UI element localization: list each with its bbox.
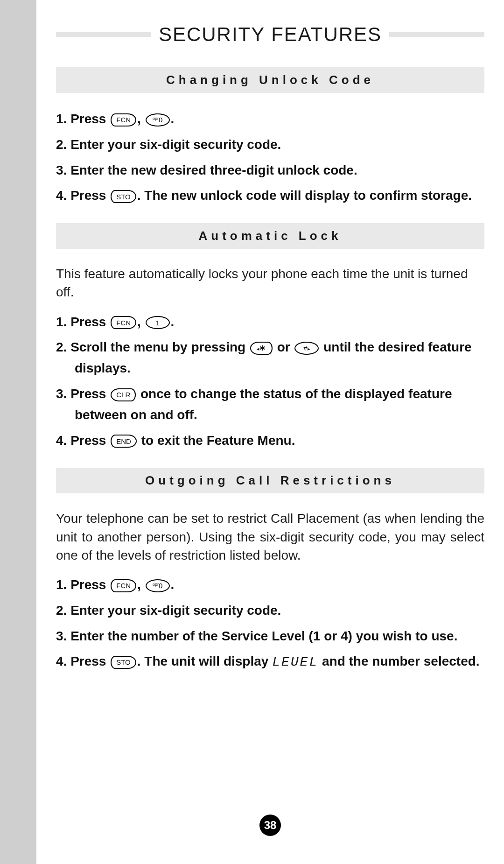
step-text: , bbox=[137, 315, 145, 329]
step-item: Press FCN, 1. bbox=[56, 312, 484, 333]
step-text: Press bbox=[70, 654, 110, 668]
key-end-icon: END bbox=[111, 435, 137, 448]
step-text: Scroll the menu by pressing bbox=[70, 340, 249, 354]
step-text: Press bbox=[70, 433, 110, 448]
left-margin-bar bbox=[0, 0, 36, 864]
step-text: Press bbox=[70, 386, 110, 401]
step-text: . bbox=[171, 315, 175, 329]
title-row: SECURITY FEATURES bbox=[56, 23, 484, 46]
step-text: to exit the Feature Menu. bbox=[138, 433, 295, 448]
key-fcn-icon: FCN bbox=[111, 113, 136, 126]
title-rule-right bbox=[389, 32, 484, 37]
step-text: . The new unlock code will display to co… bbox=[137, 188, 472, 203]
step-text: . bbox=[171, 577, 175, 592]
step-item: Press END to exit the Feature Menu. bbox=[56, 430, 484, 451]
step-item: Press FCN, opr0. bbox=[56, 109, 484, 130]
step-text: . The unit will display bbox=[137, 654, 272, 668]
key-fcn-icon: FCN bbox=[111, 316, 136, 329]
step-text: . bbox=[171, 112, 175, 126]
key-star-icon: ✱ bbox=[250, 342, 273, 355]
step-item: Press CLR once to change the status of t… bbox=[56, 384, 484, 426]
steps-auto: Press FCN, 1. Scroll the menu by pressin… bbox=[56, 312, 484, 451]
key-sto-icon: STO bbox=[111, 190, 136, 203]
step-text: Press bbox=[70, 188, 110, 203]
page-content: SECURITY FEATURES Changing Unlock Code P… bbox=[36, 0, 504, 864]
step-item: Press STO. The new unlock code will disp… bbox=[56, 185, 484, 206]
section-heading-changing: Changing Unlock Code bbox=[56, 67, 484, 93]
step-text: Press bbox=[70, 577, 110, 592]
key-fcn-icon: FCN bbox=[111, 579, 136, 592]
section-heading-outgoing: Outgoing Call Restrictions bbox=[56, 468, 484, 493]
step-text: , bbox=[137, 577, 145, 592]
step-item: Press FCN, opr0. bbox=[56, 575, 484, 596]
step-item: Enter your six-digit security code. bbox=[56, 134, 484, 155]
step-text: Press bbox=[70, 315, 110, 329]
step-text: , bbox=[137, 112, 145, 126]
step-text: or bbox=[273, 340, 294, 354]
step-item: Enter the new desired three-digit unlock… bbox=[56, 160, 484, 181]
steps-changing: Press FCN, opr0. Enter your six-digit se… bbox=[56, 109, 484, 206]
step-text: Press bbox=[70, 112, 110, 126]
key-clr-icon: CLR bbox=[111, 388, 136, 401]
section-intro-outgoing: Your telephone can be set to restrict Ca… bbox=[56, 509, 484, 564]
step-text: and the number selected. bbox=[318, 654, 479, 668]
key-zero-icon: opr0 bbox=[146, 113, 170, 126]
key-one-icon: 1 bbox=[146, 316, 170, 329]
step-item: Enter the number of the Service Level (1… bbox=[56, 626, 484, 647]
page-number-badge: 38 bbox=[259, 815, 281, 836]
lcd-text: LEUEL bbox=[272, 655, 318, 669]
step-item: Press STO. The unit will display LEUEL a… bbox=[56, 651, 484, 673]
key-sto-icon: STO bbox=[111, 656, 136, 669]
page-title: SECURITY FEATURES bbox=[159, 23, 382, 46]
key-hash-icon: # bbox=[294, 342, 319, 355]
step-item: Enter your six-digit security code. bbox=[56, 600, 484, 621]
key-zero-icon: opr0 bbox=[146, 579, 170, 592]
steps-outgoing: Press FCN, opr0. Enter your six-digit se… bbox=[56, 575, 484, 673]
section-intro-auto: This feature automatically locks your ph… bbox=[56, 265, 484, 301]
section-heading-auto: Automatic Lock bbox=[56, 223, 484, 249]
step-item: Scroll the menu by pressing ✱ or # until… bbox=[56, 337, 484, 379]
title-rule-left bbox=[56, 32, 151, 37]
